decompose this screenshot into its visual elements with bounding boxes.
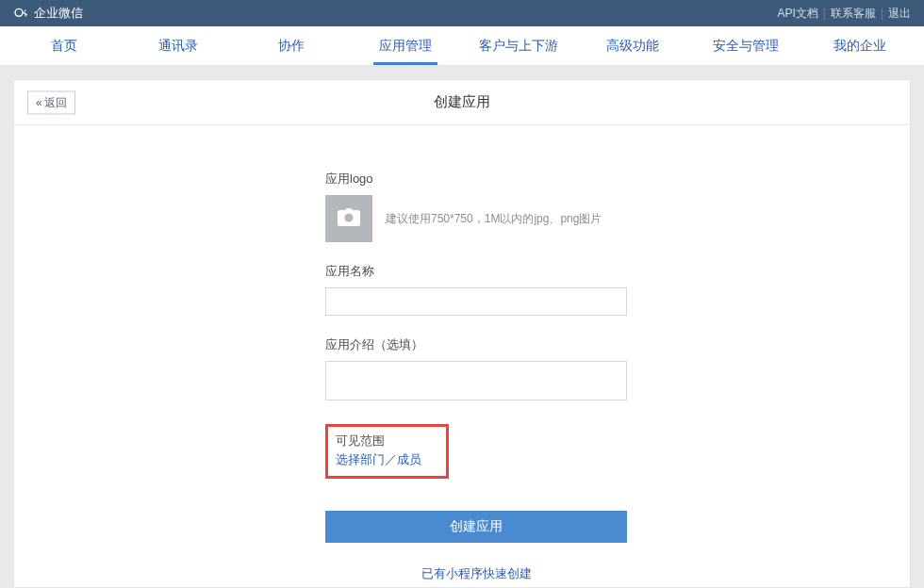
back-button[interactable]: « 返回 xyxy=(27,90,75,114)
logo-hint: 建议使用750*750，1M以内的jpg、png图片 xyxy=(386,211,602,227)
nav-label: 高级功能 xyxy=(606,38,659,55)
camera-icon xyxy=(338,208,360,230)
logo-group: 应用logo 建议使用750*750，1M以内的jpg、png图片 xyxy=(325,171,910,242)
nav-label: 应用管理 xyxy=(379,38,432,55)
topbar-left: 企业微信 xyxy=(13,5,83,22)
nav-customers[interactable]: 客户与上下游 xyxy=(462,26,576,65)
svg-point-2 xyxy=(25,13,27,15)
nav-label: 协作 xyxy=(278,38,305,55)
desc-label: 应用介绍（选填） xyxy=(325,336,910,353)
create-app-button[interactable]: 创建应用 xyxy=(325,511,627,543)
logo-label: 应用logo xyxy=(325,171,910,188)
nav-label: 我的企业 xyxy=(833,38,886,55)
name-group: 应用名称 xyxy=(325,263,910,316)
svg-point-0 xyxy=(15,8,23,16)
svg-point-1 xyxy=(25,9,26,11)
nav-label: 通讯录 xyxy=(158,38,198,55)
brand-title: 企业微信 xyxy=(34,5,83,22)
scope-highlight-box: 可见范围 选择部门／成员 xyxy=(325,424,449,479)
page-wrap: « 返回 创建应用 应用logo 建议使用 xyxy=(0,66,924,588)
card: « 返回 创建应用 应用logo 建议使用 xyxy=(13,79,911,588)
nav-collab[interactable]: 协作 xyxy=(235,26,349,65)
separator: | xyxy=(881,7,883,20)
nav-home[interactable]: 首页 xyxy=(8,26,122,65)
nav-label: 首页 xyxy=(51,38,77,55)
scope-label: 可见范围 xyxy=(336,433,421,449)
nav-label: 客户与上下游 xyxy=(479,38,558,55)
name-label: 应用名称 xyxy=(325,263,910,280)
topbar-right: API文档 | 联系客服 | 退出 xyxy=(777,6,911,22)
card-header: « 返回 创建应用 xyxy=(14,80,910,125)
scope-group: 可见范围 选择部门／成员 xyxy=(325,424,910,479)
chevron-left-icon: « xyxy=(36,96,42,109)
topbar: 企业微信 API文档 | 联系客服 | 退出 xyxy=(0,0,924,26)
nav-advanced[interactable]: 高级功能 xyxy=(576,26,690,65)
contact-link[interactable]: 联系客服 xyxy=(831,6,876,22)
nav-label: 安全与管理 xyxy=(713,38,779,55)
logout-link[interactable]: 退出 xyxy=(888,6,911,22)
app-desc-input[interactable] xyxy=(325,361,627,400)
nav-mycompany[interactable]: 我的企业 xyxy=(803,26,917,65)
select-scope-link[interactable]: 选择部门／成员 xyxy=(336,451,421,468)
navbar: 首页 通讯录 协作 应用管理 客户与上下游 高级功能 安全与管理 我的企业 xyxy=(0,26,924,66)
logo-upload-row: 建议使用750*750，1M以内的jpg、png图片 xyxy=(325,195,910,242)
back-label: 返回 xyxy=(44,94,67,110)
nav-contacts[interactable]: 通讯录 xyxy=(122,26,236,65)
separator: | xyxy=(823,7,826,20)
quick-link-wrap: 已有小程序快速创建 xyxy=(325,565,627,582)
app-name-input[interactable] xyxy=(325,287,627,316)
api-docs-link[interactable]: API文档 xyxy=(777,6,817,22)
svg-point-3 xyxy=(345,213,354,221)
nav-apps[interactable]: 应用管理 xyxy=(349,26,463,65)
wework-logo-icon xyxy=(13,6,28,21)
submit-label: 创建应用 xyxy=(450,518,503,533)
desc-group: 应用介绍（选填） xyxy=(325,336,910,403)
logo-upload-button[interactable] xyxy=(325,195,372,242)
form-area: 应用logo 建议使用750*750，1M以内的jpg、png图片 应用名 xyxy=(14,125,910,582)
quick-create-link[interactable]: 已有小程序快速创建 xyxy=(421,566,532,580)
nav-security[interactable]: 安全与管理 xyxy=(689,26,803,65)
page-title: 创建应用 xyxy=(434,93,490,111)
